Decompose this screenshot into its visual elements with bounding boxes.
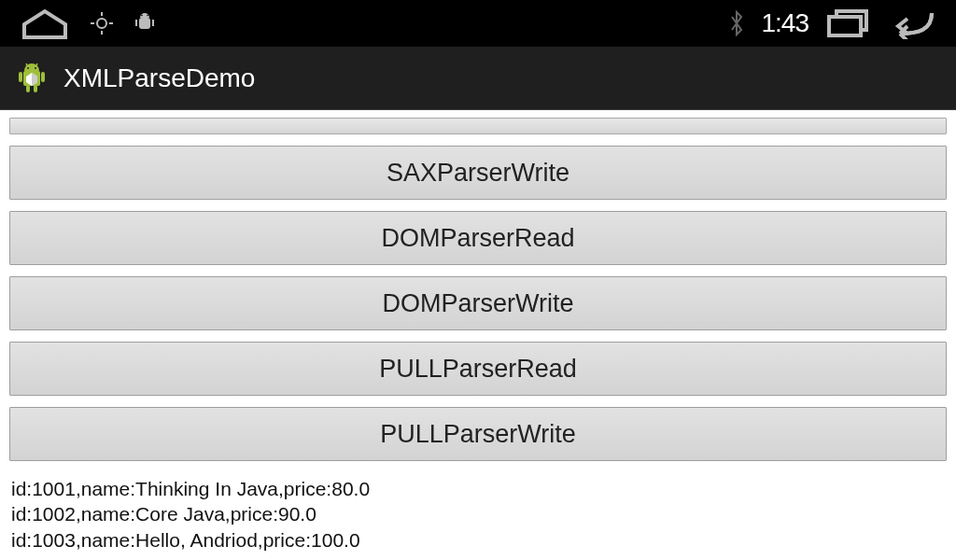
android-debug-icon: [133, 12, 157, 35]
svg-point-8: [141, 15, 143, 17]
output-line: id:1003,name:Hello, Andriod,price:100.0: [11, 527, 947, 553]
partial-button-top[interactable]: [9, 118, 947, 134]
app-icon: [13, 60, 50, 97]
svg-rect-15: [34, 85, 37, 92]
sax-parser-write-button[interactable]: SAXParserWrite: [9, 146, 947, 200]
svg-point-0: [97, 19, 106, 28]
back-icon[interactable]: [887, 7, 937, 39]
status-bar-left: [19, 7, 157, 39]
pull-parser-read-button[interactable]: PULLParserRead: [9, 342, 947, 396]
dom-parser-write-button[interactable]: DOMParserWrite: [9, 276, 947, 330]
pull-parser-write-button[interactable]: PULLParserWrite: [9, 407, 947, 461]
home-icon[interactable]: [19, 7, 71, 39]
button-label: SAXParserWrite: [387, 159, 569, 188]
button-label: PULLParserRead: [379, 355, 577, 384]
output-line: id:1001,name:Thinking In Java,price:80.0: [11, 476, 947, 501]
svg-point-18: [27, 67, 29, 69]
dom-parser-read-button[interactable]: DOMParserRead: [9, 211, 947, 265]
svg-point-19: [35, 67, 36, 69]
bluetooth-icon: [728, 9, 745, 37]
output-text: id:1001,name:Thinking In Java,price:80.0…: [9, 472, 947, 553]
recent-apps-icon[interactable]: [825, 7, 870, 39]
status-bar-right: 1:43: [728, 7, 938, 39]
app-title: XMLParseDemo: [63, 63, 255, 93]
button-label: DOMParserWrite: [382, 289, 573, 318]
svg-point-9: [147, 15, 148, 17]
svg-rect-10: [829, 17, 861, 35]
status-bar: 1:43: [0, 0, 956, 47]
button-label: DOMParserRead: [381, 224, 574, 253]
status-clock: 1:43: [762, 8, 809, 38]
svg-rect-14: [26, 85, 30, 92]
output-line: id:1002,name:Core Java,price:90.0: [11, 501, 947, 526]
button-label: PULLParserWrite: [380, 420, 576, 449]
svg-rect-12: [19, 72, 22, 82]
svg-rect-5: [139, 18, 150, 29]
svg-rect-13: [41, 72, 45, 82]
main-content: SAXParserWriteDOMParserReadDOMParserWrit…: [0, 110, 956, 556]
action-bar: XMLParseDemo: [0, 47, 956, 110]
gps-icon: [90, 11, 114, 35]
